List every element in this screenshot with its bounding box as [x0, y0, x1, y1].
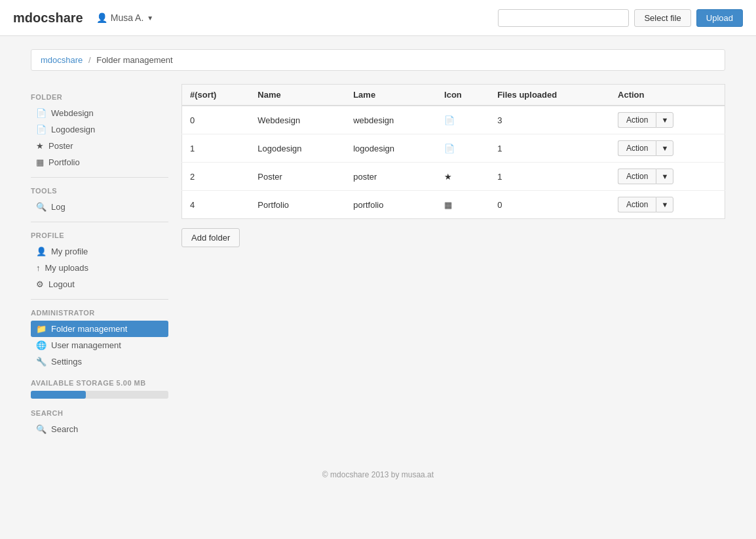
row-action: Action ▼	[610, 163, 725, 191]
sidebar: FOLDER 📄 Webdesign 📄 Logodesign ★ Poster…	[31, 84, 168, 437]
user-menu-button[interactable]: 👤 Musa A. ▼	[96, 12, 154, 23]
sidebar-item-label: Settings	[51, 357, 82, 367]
action-button[interactable]: Action	[618, 112, 656, 128]
row-files: 1	[489, 134, 610, 163]
user-icon: 👤	[36, 247, 47, 256]
row-sort: 4	[182, 191, 250, 219]
admin-section-title: ADMINISTRATOR	[31, 309, 168, 317]
row-name: Poster	[250, 163, 345, 191]
content-area: FOLDER 📄 Webdesign 📄 Logodesign ★ Poster…	[31, 84, 725, 437]
select-file-button[interactable]: Select file	[634, 9, 690, 27]
file-icon: 📄	[36, 125, 47, 134]
profile-section-title: PROFILE	[31, 231, 168, 239]
main-container: mdocshare / Folder management FOLDER 📄 W…	[18, 49, 738, 437]
file-icon: 📄	[36, 108, 47, 118]
breadcrumb: mdocshare / Folder management	[31, 49, 725, 71]
tools-section-title: TOOLS	[31, 187, 168, 195]
row-lame: logodesign	[345, 134, 436, 163]
breadcrumb-root[interactable]: mdocshare	[41, 55, 83, 65]
action-btn-group: Action ▼	[618, 197, 717, 212]
user-name-label: Musa A.	[111, 12, 144, 23]
row-action: Action ▼	[610, 106, 725, 134]
breadcrumb-separator: /	[88, 55, 91, 65]
sidebar-item-label: Portfolio	[48, 157, 80, 167]
header: mdocshare 👤 Musa A. ▼ Select file Upload	[0, 0, 756, 36]
footer: © mdocshare 2013 by musaa.at	[0, 457, 756, 492]
sidebar-item-label: Log	[51, 202, 66, 212]
header-right: Select file Upload	[498, 9, 743, 27]
header-left: mdocshare 👤 Musa A. ▼	[13, 10, 153, 26]
sidebar-item-label: User management	[51, 340, 121, 350]
row-name: Webdesign	[250, 106, 345, 134]
search-icon: 🔍	[36, 424, 47, 434]
action-btn-group: Action ▼	[618, 112, 717, 128]
action-btn-group: Action ▼	[618, 169, 717, 184]
sidebar-item-settings[interactable]: 🔧 Settings	[31, 353, 168, 370]
action-button[interactable]: Action	[618, 197, 656, 212]
action-button[interactable]: Action	[618, 169, 656, 184]
sidebar-search-label: Search	[51, 424, 78, 434]
breadcrumb-current: Folder management	[96, 55, 172, 65]
sidebar-item-poster[interactable]: ★ Poster	[31, 138, 168, 154]
sidebar-item-label: Logodesign	[51, 125, 95, 134]
row-icon: ★	[436, 163, 489, 191]
folder-icon: 📁	[36, 324, 47, 334]
sidebar-item-label: My uploads	[45, 263, 88, 273]
star-icon: ★	[36, 141, 44, 151]
sidebar-item-my-profile[interactable]: 👤 My profile	[31, 243, 168, 260]
row-files: 1	[489, 163, 610, 191]
header-search-input[interactable]	[498, 9, 629, 27]
row-lame: webdesign	[345, 106, 436, 134]
sidebar-item-portfolio[interactable]: ▦ Portfolio	[31, 154, 168, 170]
app-title: mdocshare	[13, 10, 83, 26]
row-lame: portfolio	[345, 191, 436, 219]
row-files: 3	[489, 106, 610, 134]
globe-icon: 🌐	[36, 340, 47, 350]
upload-icon: ↑	[36, 263, 41, 273]
col-action: Action	[610, 85, 725, 106]
add-folder-button[interactable]: Add folder	[181, 228, 240, 247]
table-header-row: #(sort) Name Lame Icon Files uploaded Ac…	[182, 85, 725, 106]
action-dropdown-button[interactable]: ▼	[656, 140, 673, 156]
folder-table: #(sort) Name Lame Icon Files uploaded Ac…	[181, 84, 725, 219]
action-dropdown-button[interactable]: ▼	[656, 169, 673, 184]
action-btn-group: Action ▼	[618, 140, 717, 156]
wrench-icon: 🔧	[36, 357, 47, 367]
table-row: 4 Portfolio portfolio ▦ 0 Action ▼	[182, 191, 725, 219]
caret-icon: ▼	[147, 14, 153, 22]
sidebar-item-search[interactable]: 🔍 Search	[31, 421, 168, 437]
action-dropdown-button[interactable]: ▼	[656, 197, 673, 212]
grid-icon: ▦	[36, 157, 44, 167]
search-section: SEARCH 🔍 Search	[31, 409, 168, 437]
footer-text: © mdocshare 2013 by musaa.at	[322, 470, 434, 479]
row-icon: 📄	[436, 134, 489, 163]
row-sort: 0	[182, 106, 250, 134]
col-lame: Lame	[345, 85, 436, 106]
row-sort: 1	[182, 134, 250, 163]
sidebar-item-label: Folder management	[51, 324, 127, 334]
sidebar-item-label: Logout	[48, 279, 75, 289]
sidebar-item-folder-management[interactable]: 📁 Folder management	[31, 321, 168, 337]
col-icon: Icon	[436, 85, 489, 106]
sidebar-item-my-uploads[interactable]: ↑ My uploads	[31, 260, 168, 276]
action-dropdown-button[interactable]: ▼	[656, 112, 673, 128]
sidebar-item-label: Poster	[48, 141, 73, 151]
col-files-uploaded: Files uploaded	[489, 85, 610, 106]
action-button[interactable]: Action	[618, 140, 656, 156]
search-icon: 🔍	[36, 202, 47, 212]
sidebar-item-log[interactable]: 🔍 Log	[31, 199, 168, 215]
row-action: Action ▼	[610, 191, 725, 219]
sidebar-item-logout[interactable]: ⚙ Logout	[31, 276, 168, 292]
sidebar-item-webdesign[interactable]: 📄 Webdesign	[31, 105, 168, 121]
row-lame: poster	[345, 163, 436, 191]
col-sort: #(sort)	[182, 85, 250, 106]
row-files: 0	[489, 191, 610, 219]
sidebar-item-label: My profile	[51, 247, 88, 256]
sidebar-divider-3	[31, 299, 168, 300]
row-sort: 2	[182, 163, 250, 191]
storage-bar-fill	[31, 391, 86, 399]
upload-button[interactable]: Upload	[696, 9, 743, 27]
sidebar-item-logodesign[interactable]: 📄 Logodesign	[31, 121, 168, 138]
row-icon: 📄	[436, 106, 489, 134]
sidebar-item-user-management[interactable]: 🌐 User management	[31, 337, 168, 353]
